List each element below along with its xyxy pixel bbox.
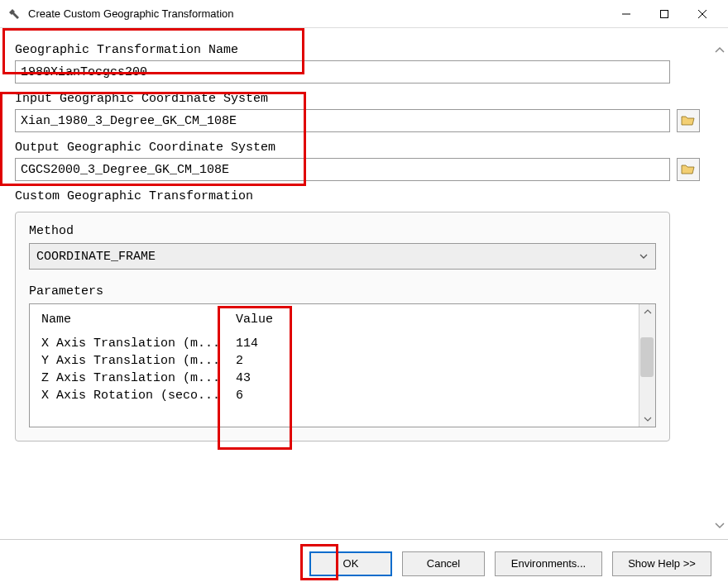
close-button[interactable] — [683, 2, 721, 26]
transformation-name-group: Geographic Transformation Name — [15, 43, 703, 84]
chevron-up-icon — [714, 45, 726, 56]
folder-open-icon — [681, 163, 696, 176]
minimize-button[interactable] — [607, 2, 645, 26]
transformation-name-input[interactable] — [15, 60, 670, 84]
param-name: Z Axis Translation (m... — [38, 370, 232, 387]
app-icon — [7, 7, 22, 21]
parameters-col-value: Value — [232, 311, 630, 335]
content-wrapper: Geographic Transformation Name Input Geo… — [0, 28, 728, 539]
chevron-down-icon — [644, 415, 652, 423]
parameters-scrollbar[interactable] — [639, 304, 655, 427]
chevron-up-icon — [644, 308, 652, 316]
param-value[interactable]: 2 — [232, 352, 630, 370]
outer-scrollbar[interactable] — [711, 28, 728, 539]
param-value[interactable]: 6 — [232, 387, 630, 404]
main-panel: Geographic Transformation Name Input Geo… — [0, 28, 711, 539]
transformation-name-label: Geographic Transformation Name — [15, 43, 703, 57]
window-controls — [607, 2, 721, 26]
method-label: Method — [29, 224, 656, 238]
param-value[interactable]: 43 — [232, 370, 630, 387]
method-panel: Method COORDINATE_FRAME Parameters Name … — [15, 212, 670, 441]
show-help-button[interactable]: Show Help >> — [612, 551, 711, 576]
table-row[interactable]: X Axis Translation (m...114 — [38, 335, 630, 352]
environments-button[interactable]: Environments... — [495, 551, 602, 576]
param-name: Y Axis Translation (m... — [38, 352, 232, 370]
param-value[interactable]: 114 — [232, 335, 630, 352]
svg-rect-1 — [661, 10, 668, 17]
output-gcs-label: Output Geographic Coordinate System — [15, 141, 703, 155]
table-row[interactable]: X Axis Rotation (seco...6 — [38, 387, 630, 404]
output-gcs-group: Output Geographic Coordinate System — [15, 141, 703, 181]
chevron-down-icon — [639, 251, 649, 261]
parameters-table: Name Value X Axis Translation (m...114Y … — [29, 303, 656, 427]
param-name: X Axis Rotation (seco... — [38, 387, 232, 404]
output-gcs-browse-button[interactable] — [677, 158, 700, 181]
input-gcs-label: Input Geographic Coordinate System — [15, 92, 703, 106]
chevron-down-icon — [714, 519, 726, 531]
input-gcs-group: Input Geographic Coordinate System — [15, 92, 703, 132]
input-gcs-input[interactable] — [15, 109, 670, 132]
output-gcs-input[interactable] — [15, 158, 670, 181]
input-gcs-browse-button[interactable] — [677, 109, 700, 132]
maximize-button[interactable] — [645, 2, 683, 26]
button-bar: OK Cancel Environments... Show Help >> — [0, 539, 728, 587]
custom-transformation-label: Custom Geographic Transformation — [15, 189, 703, 203]
parameters-label: Parameters — [29, 284, 656, 298]
method-value: COORDINATE_FRAME — [36, 250, 156, 264]
param-name: X Axis Translation (m... — [38, 335, 232, 352]
parameters-col-name: Name — [38, 311, 232, 335]
ok-button[interactable]: OK — [309, 551, 392, 576]
method-select[interactable]: COORDINATE_FRAME — [29, 243, 656, 270]
titlebar: Create Custom Geographic Transformation — [0, 0, 728, 28]
table-row[interactable]: Z Axis Translation (m...43 — [38, 370, 630, 387]
scrollbar-thumb[interactable] — [640, 337, 654, 377]
table-row[interactable]: Y Axis Translation (m...2 — [38, 352, 630, 370]
window-title: Create Custom Geographic Transformation — [28, 7, 607, 20]
cancel-button[interactable]: Cancel — [402, 551, 485, 576]
folder-open-icon — [681, 114, 696, 127]
